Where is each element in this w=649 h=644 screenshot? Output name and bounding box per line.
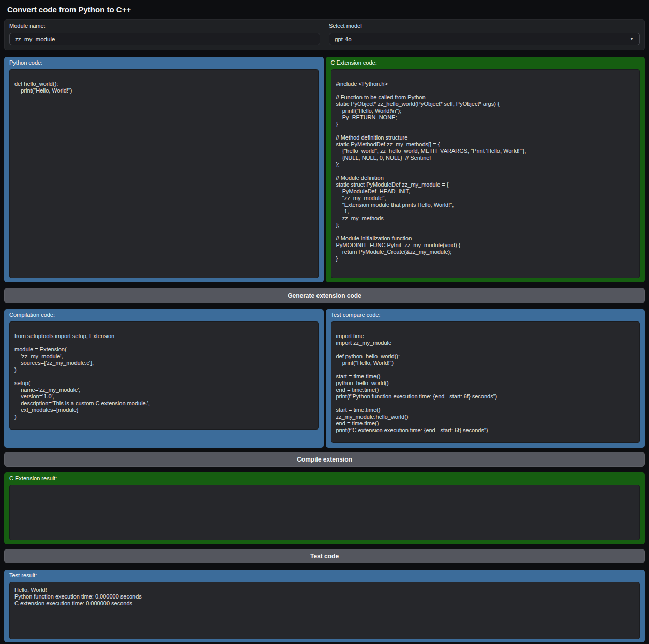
python-code-panel: Python code: def hello_world(): print("H… xyxy=(4,57,324,282)
test-result-label: Test result: xyxy=(9,573,640,578)
test-compare-code-panel: Test compare code: import time import zz… xyxy=(326,309,645,448)
test-code-button[interactable]: Test code xyxy=(4,549,645,563)
select-model-label: Select model xyxy=(329,23,640,29)
python-code-textarea[interactable]: def hello_world(): print("Hello, World!"… xyxy=(9,69,319,278)
python-code-label: Python code: xyxy=(9,60,319,66)
module-name-input[interactable] xyxy=(9,33,320,45)
model-field-group: Select model gpt-4o ▼ xyxy=(329,23,640,45)
module-name-label: Module name: xyxy=(9,23,320,29)
c-extension-result-label: C Extension result: xyxy=(9,476,640,481)
c-extension-code-panel: C Extension code: #include <Python.h> //… xyxy=(326,57,645,282)
settings-group: Module name: Select model gpt-4o ▼ xyxy=(4,19,645,50)
generate-extension-code-button[interactable]: Generate extension code xyxy=(4,288,645,303)
model-dropdown-value: gpt-4o xyxy=(335,36,352,42)
compilation-code-label: Compilation code: xyxy=(9,312,319,318)
compilation-code-panel: Compilation code: from setuptools import… xyxy=(4,309,324,448)
compile-extension-button[interactable]: Compile extension xyxy=(4,452,645,467)
c-extension-result-panel: C Extension result: xyxy=(4,472,645,544)
model-dropdown[interactable]: gpt-4o ▼ xyxy=(329,33,640,45)
compile-test-panels-row: Compilation code: from setuptools import… xyxy=(4,309,645,448)
test-compare-code-label: Test compare code: xyxy=(331,312,640,318)
c-extension-code-label: C Extension code: xyxy=(331,60,640,66)
chevron-down-icon: ▼ xyxy=(630,37,634,41)
test-result-panel: Test result: Hello, World! Python functi… xyxy=(4,570,645,642)
test-compare-code-textarea[interactable]: import time import zz_my_module def pyth… xyxy=(331,321,640,443)
page-title: Convert code from Python to C++ xyxy=(0,0,649,15)
module-name-field-group: Module name: xyxy=(9,23,320,45)
c-extension-code-textarea[interactable]: #include <Python.h> // Function to be ca… xyxy=(331,69,640,278)
compilation-code-textarea[interactable]: from setuptools import setup, Extension … xyxy=(9,321,319,430)
code-panels-row: Python code: def hello_world(): print("H… xyxy=(4,57,645,282)
app-window: Convert code from Python to C++ Module n… xyxy=(0,0,649,644)
test-result-textarea[interactable]: Hello, World! Python function execution … xyxy=(9,582,640,639)
c-extension-result-textarea[interactable] xyxy=(9,485,640,540)
